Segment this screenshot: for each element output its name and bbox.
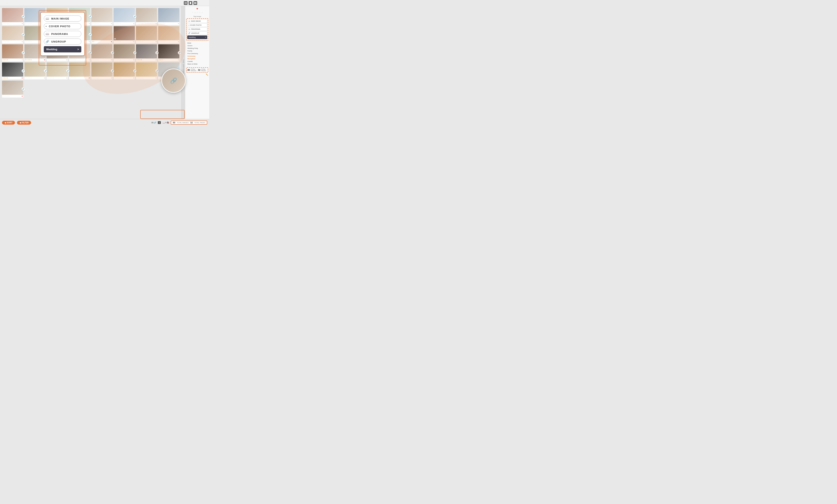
star-29-2[interactable]: ☆ [93, 77, 94, 79]
star-14-1[interactable]: ☆ [114, 41, 115, 42]
star-8-4[interactable]: ☆ [163, 23, 164, 24]
star-14-5[interactable]: ☆ [120, 41, 121, 42]
star-5-1[interactable]: ☆ [92, 23, 93, 24]
photo-cell-1[interactable]: 🔗☆☆☆☆☆♥ [2, 8, 23, 25]
link-icon-6[interactable]: 🔗 [133, 15, 137, 18]
star-2-1[interactable]: ☆ [25, 23, 26, 24]
star-29-5[interactable]: ☆ [97, 77, 99, 79]
photo-cell-15[interactable]: ☆☆☆☆☆♥ [136, 26, 157, 43]
star-24-3[interactable]: ★ [161, 59, 163, 61]
link-icon-29[interactable]: 🔗 [111, 69, 114, 73]
star-5-5[interactable]: ☆ [97, 23, 99, 24]
star-19-2[interactable]: ☆ [49, 59, 50, 61]
star-31-1[interactable]: ☆ [137, 77, 138, 79]
star-33-3[interactable]: ☆ [5, 95, 6, 97]
star-28-3[interactable]: ☆ [72, 77, 73, 79]
heart-27[interactable]: ♥ [66, 77, 67, 79]
photo-grid-area[interactable]: 🔗☆☆☆☆☆♥🔗☆☆☆☆☆♥☆☆☆☆☆♥🔗☆☆☆☆☆♥☆☆☆☆☆♥🔗☆☆☆☆☆♥… [0, 6, 181, 126]
star-23-3[interactable]: ★ [139, 59, 140, 61]
star-26-3[interactable]: ☆ [28, 77, 29, 79]
star-15-4[interactable]: ☆ [141, 41, 142, 42]
star-24-5[interactable]: ☆ [164, 59, 165, 61]
star-21-2[interactable]: ☆ [93, 59, 94, 61]
link-icon-25[interactable]: 🔗 [22, 69, 25, 73]
popup-ungroup[interactable]: 🔗 UNGROUP [44, 38, 81, 44]
heart-28[interactable]: ♥ [89, 77, 90, 79]
star-25-4[interactable]: ★ [7, 77, 8, 79]
star-26-4[interactable]: ☆ [29, 77, 30, 79]
star-19-1[interactable]: ☆ [47, 59, 48, 61]
star-24-2[interactable]: ★ [160, 59, 161, 61]
star-23-1[interactable]: ★ [137, 59, 138, 61]
grid-view-icon[interactable] [184, 1, 188, 5]
star-22-3[interactable]: ☆ [117, 59, 118, 61]
star-9-4[interactable]: ☆ [7, 41, 8, 42]
star-25-1[interactable]: ★ [2, 77, 4, 79]
filter-button[interactable]: ◀ FILTER [17, 121, 31, 125]
star-17-1[interactable]: ★ [2, 59, 4, 61]
photo-cell-23[interactable]: 🔗★★★★☆♥ [136, 44, 157, 61]
star-27-5[interactable]: ☆ [53, 77, 54, 79]
star-28-2[interactable]: ☆ [71, 77, 72, 79]
star-6-3[interactable]: ☆ [117, 23, 118, 24]
photo-cell-5[interactable]: ☆☆☆☆☆♥ [91, 8, 112, 25]
star-16-1[interactable]: ☆ [159, 41, 160, 42]
popup-wedding-button[interactable]: Wedding > [44, 46, 81, 52]
star-5-3[interactable]: ☆ [95, 23, 96, 24]
star-10-3[interactable]: ☆ [28, 41, 29, 42]
star-33-2[interactable]: ☆ [4, 95, 5, 97]
link-icon-31[interactable]: 🔗 [155, 69, 159, 73]
star-18-3[interactable]: ★ [28, 59, 29, 61]
star-20-2[interactable]: ☆ [71, 59, 72, 61]
star-8-1[interactable]: ☆ [159, 23, 160, 24]
star-21-5[interactable]: ☆ [97, 59, 99, 61]
tag-sub-item-reception[interactable]: Reception [186, 57, 208, 60]
star-2[interactable]: ☆ [194, 11, 196, 14]
photo-cell-26[interactable]: 🔗☆☆☆☆☆♥ [24, 62, 46, 79]
star-18-1[interactable]: ★ [25, 59, 26, 61]
star-16-3[interactable]: ☆ [161, 41, 163, 42]
star-20-5[interactable]: ☆ [75, 59, 76, 61]
star-16-4[interactable]: ☆ [163, 41, 164, 42]
star-6-1[interactable]: ☆ [114, 23, 115, 24]
star-17-5[interactable]: ☆ [8, 59, 9, 61]
tag-wedding-button[interactable]: Wedding > [187, 36, 207, 39]
tag-sub-item-candid[interactable]: Candid [186, 60, 208, 63]
heart-8[interactable]: ♥ [178, 23, 179, 24]
tag-main-image[interactable]: 📖 MAIN IMAGE [187, 19, 207, 23]
tag-cover-photo[interactable]: ▪ COVER PHOTO [187, 23, 207, 27]
star-13-1[interactable]: ★ [92, 41, 93, 42]
heart-14[interactable]: ♥ [133, 41, 134, 43]
heart-5[interactable]: ♥ [111, 23, 112, 24]
tag-sub-item-black-&-white[interactable]: Black & White [186, 63, 208, 65]
heart-23[interactable]: ♥ [156, 59, 157, 61]
star-16-2[interactable]: ☆ [160, 41, 161, 42]
star-16-5[interactable]: ☆ [164, 41, 165, 42]
star-14-3[interactable]: ☆ [117, 41, 118, 42]
tag-ungroup[interactable]: 🔗 UNGROUP [187, 32, 207, 35]
heart-30[interactable]: ♥ [133, 77, 134, 79]
star-29-4[interactable]: ☆ [96, 77, 97, 79]
popup-cover-photo[interactable]: ▪ COVER PHOTO [44, 23, 81, 29]
star-15-5[interactable]: ☆ [142, 41, 143, 42]
star-20-4[interactable]: ☆ [74, 59, 75, 61]
star-13-4[interactable]: ☆ [96, 41, 97, 42]
photo-cell-33[interactable]: 🔗☆☆☆☆☆♥ [2, 81, 23, 97]
star-13-5[interactable]: ☆ [97, 41, 99, 42]
link-icon-17[interactable]: 🔗 [22, 51, 25, 54]
star-1-4[interactable]: ☆ [7, 23, 8, 24]
star-13-3[interactable]: ☆ [95, 41, 96, 42]
photo-cell-22[interactable]: 🔗☆☆☆☆☆♥ [113, 44, 135, 61]
star-2-5[interactable]: ☆ [31, 23, 32, 24]
link-icon-9[interactable]: 🔗 [22, 33, 25, 36]
heart-26[interactable]: ♥ [44, 77, 45, 79]
heart-19[interactable]: ♥ [66, 59, 67, 61]
link-icon-4[interactable]: 🔗 [89, 15, 92, 18]
heart-18[interactable]: ♥ [44, 59, 45, 61]
star-23-4[interactable]: ★ [141, 59, 142, 61]
star-13-2[interactable]: ★ [93, 41, 94, 42]
star-7-5[interactable]: ☆ [142, 23, 143, 24]
heart-9[interactable]: ♥ [22, 41, 23, 43]
star-27-4[interactable]: ☆ [51, 77, 52, 79]
photo-cell-6[interactable]: 🔗☆☆☆☆☆♥ [113, 8, 135, 25]
